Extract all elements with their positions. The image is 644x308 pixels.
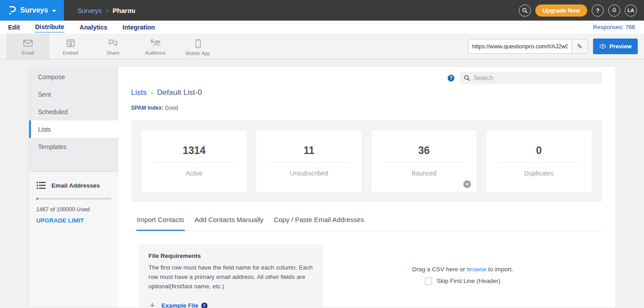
usage-progress-fill <box>36 198 38 200</box>
toolbar-item-audience[interactable]: $ Audience <box>134 34 177 59</box>
sidebar-item-sent[interactable]: Sent <box>29 86 119 103</box>
help-button[interactable]: ? <box>592 4 604 17</box>
chevron-down-icon <box>52 10 56 12</box>
app-switcher[interactable]: Surveys <box>0 0 64 21</box>
stat-value: 36 <box>418 145 430 157</box>
divider <box>153 163 235 163</box>
toolbar-item-label: Share <box>106 50 119 56</box>
email-addresses-title: Email Addresses <box>51 182 100 189</box>
sidebar-item-scheduled[interactable]: Scheduled <box>29 103 119 120</box>
tab-distribute[interactable]: Distribute <box>35 22 64 33</box>
spam-index-value: Good <box>165 105 178 111</box>
stat-label: Unsubscribed <box>290 170 328 177</box>
upgrade-limit-link[interactable]: UPGRADE LIMIT <box>36 217 84 224</box>
list-detail-main: ? Lists › Default List-0 SPAM Index: Goo… <box>119 67 615 308</box>
svg-text:$: $ <box>151 39 153 44</box>
embed-icon <box>66 39 76 48</box>
dropzone-text: Drag a CSV here or browse to import. <box>412 266 513 273</box>
example-file-row: Example File ? <box>148 302 314 308</box>
page-body: Compose Sent Scheduled Lists Templates E… <box>0 60 644 308</box>
email-icon <box>23 39 33 48</box>
tab-analytics[interactable]: Analytics <box>80 22 107 32</box>
chevron-right-icon: › <box>106 7 108 14</box>
divider <box>268 163 350 163</box>
stat-label: Bounced <box>411 170 436 177</box>
tab-add-contacts-manually[interactable]: Add Contacts Manually <box>194 216 264 231</box>
search-box <box>460 72 602 84</box>
survey-url-input[interactable] <box>469 43 572 50</box>
preview-button[interactable]: Preview <box>593 38 638 54</box>
list-icon <box>36 181 46 189</box>
app-name: Surveys <box>20 6 48 14</box>
search-row: ? <box>131 72 602 84</box>
sidebar-item-templates[interactable]: Templates <box>29 138 119 155</box>
lists-link[interactable]: Lists <box>131 88 147 97</box>
sidebar-item-lists[interactable]: Lists <box>29 120 119 138</box>
audience-icon: $ <box>150 39 161 48</box>
toolbar-item-label: Mobile App <box>186 51 210 56</box>
skip-first-line-checkbox[interactable] <box>425 278 432 285</box>
edit-url-icon[interactable]: ✎ <box>572 39 588 53</box>
bell-icon <box>611 7 617 13</box>
top-bar: Surveys Surveys › Pharma Upgrade Now ? L… <box>0 0 644 21</box>
example-file-help-icon[interactable]: ? <box>201 303 208 308</box>
usage-progress-bar <box>36 198 111 200</box>
search-input[interactable] <box>474 74 598 81</box>
upgrade-now-button[interactable]: Upgrade Now <box>535 4 587 17</box>
notifications-button[interactable] <box>608 4 620 17</box>
stat-value: 0 <box>536 145 542 157</box>
mobile-app-icon <box>195 39 201 48</box>
browse-link[interactable]: browse <box>467 266 487 273</box>
avatar[interactable]: LA <box>625 4 637 17</box>
breadcrumb-surveys-link[interactable]: Surveys <box>77 7 102 14</box>
import-contacts-panel: File Requirements The first row must hav… <box>131 244 602 308</box>
toolbar-right: ✎ Preview <box>468 34 644 59</box>
spam-index-label: SPAM Index: <box>131 105 163 111</box>
toolbar-item-email[interactable]: Email <box>7 34 49 59</box>
clear-bounced-icon[interactable]: ✕ <box>463 180 471 188</box>
responses-count[interactable]: Responses: 766 <box>593 24 635 30</box>
toolbar-item-mobile-app[interactable]: Mobile App <box>177 34 219 59</box>
toolbar-item-label: Audience <box>145 50 166 56</box>
stat-card-duplicates: 0 Duplicates <box>486 130 592 192</box>
survey-nav: Edit Distribute Analytics Integration Re… <box>0 21 644 34</box>
toolbar-item-label: Email <box>22 50 34 56</box>
skip-first-line-row: Skip First Line (Header) <box>425 278 500 285</box>
csv-dropzone[interactable]: Drag a CSV here or browse to import. Ski… <box>323 244 602 308</box>
toolbar-item-label: Embed <box>63 50 78 56</box>
tab-edit[interactable]: Edit <box>8 22 20 32</box>
contacts-tabs: Import Contacts Add Contacts Manually Co… <box>131 216 602 231</box>
preview-label: Preview <box>610 43 631 50</box>
current-list-name: Default List-0 <box>157 88 202 97</box>
sidebar-menu: Compose Sent Scheduled Lists Templates <box>29 67 119 172</box>
tab-copy-paste-email-addresses[interactable]: Copy / Paste Email Addresses <box>273 216 364 231</box>
share-icon <box>108 39 118 48</box>
sidebar-item-compose[interactable]: Compose <box>29 68 119 86</box>
stat-value: 1314 <box>182 145 205 157</box>
stat-card-bounced: 36 Bounced ✕ <box>371 130 477 192</box>
tab-import-contacts[interactable]: Import Contacts <box>136 216 185 231</box>
survey-url-box: ✎ <box>468 39 588 54</box>
search-icon <box>464 75 470 81</box>
spam-index: SPAM Index: Good <box>131 105 602 111</box>
chevron-right-icon: › <box>151 89 153 97</box>
example-file-link[interactable]: Example File <box>161 302 199 308</box>
email-addresses-panel: Email Addresses 1467 of 100000 Used UPGR… <box>29 172 119 224</box>
stat-value: 11 <box>304 145 314 157</box>
topbar-actions: Upgrade Now ? LA <box>519 4 644 17</box>
toolbar-item-share[interactable]: Share <box>92 34 134 59</box>
breadcrumb-survey-name: Pharma <box>113 7 135 14</box>
breadcrumb: Surveys › Pharma <box>77 7 135 14</box>
email-sidebar: Compose Sent Scheduled Lists Templates E… <box>29 67 119 308</box>
skip-first-line-label: Skip First Line (Header) <box>436 278 500 284</box>
tab-integration[interactable]: Integration <box>123 22 155 32</box>
search-button[interactable] <box>519 4 531 17</box>
file-requirements-title: File Requirements <box>148 252 314 259</box>
help-icon[interactable]: ? <box>448 75 454 81</box>
file-requirements-body: The first row must have the field name f… <box>148 263 314 291</box>
stat-label: Active <box>186 170 203 177</box>
download-icon <box>148 302 156 308</box>
toolbar-item-embed[interactable]: Embed <box>49 34 92 59</box>
distribute-toolbar: Email Embed Share $ Audience <box>0 34 644 60</box>
content-card: Compose Sent Scheduled Lists Templates E… <box>29 67 615 308</box>
